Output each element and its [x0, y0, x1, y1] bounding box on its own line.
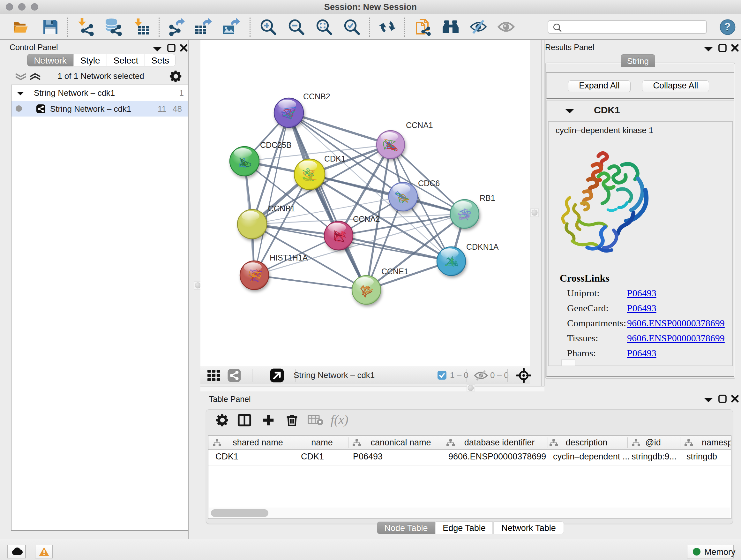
- svg-text:CCNB2: CCNB2: [303, 92, 330, 101]
- svg-text:CDC25B: CDC25B: [260, 140, 292, 149]
- svg-text:CDKN1A: CDKN1A: [466, 242, 499, 251]
- svg-text:CCNA1: CCNA1: [406, 121, 433, 130]
- svg-text:HIST1H1A: HIST1H1A: [270, 253, 308, 262]
- svg-text:?: ?: [724, 20, 731, 33]
- svg-text:CDK1: CDK1: [324, 154, 346, 163]
- svg-text:CCNE1: CCNE1: [381, 267, 408, 276]
- svg-text:CCNB1: CCNB1: [268, 204, 295, 213]
- svg-text:RB1: RB1: [480, 193, 495, 202]
- svg-text:CCNA2: CCNA2: [353, 214, 380, 224]
- svg-text:CDC6: CDC6: [418, 179, 440, 188]
